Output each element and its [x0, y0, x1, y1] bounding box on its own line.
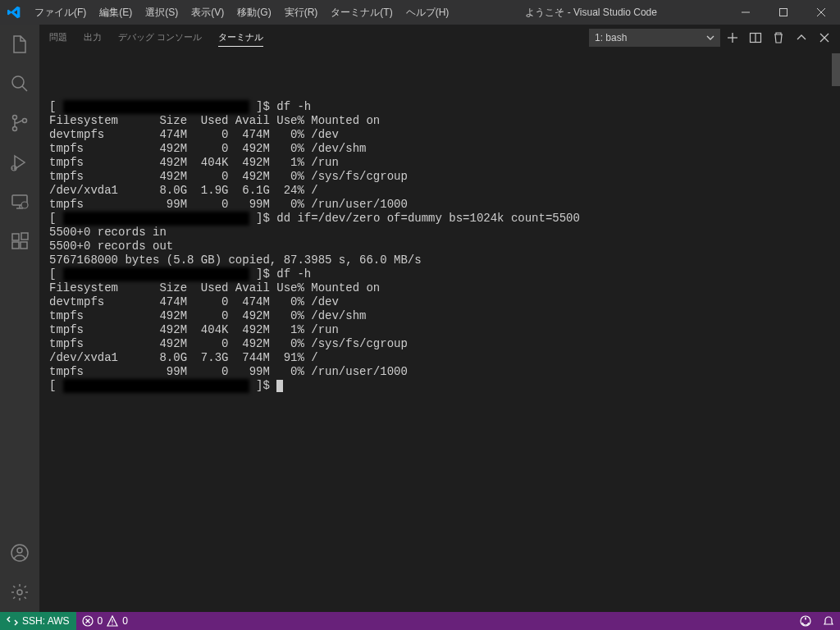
extensions-icon[interactable] — [0, 221, 39, 261]
menu-edit[interactable]: 編集(E) — [93, 0, 139, 25]
activity-bar — [0, 25, 39, 612]
menu-terminal[interactable]: ターミナル(T) — [324, 0, 399, 25]
svg-point-6 — [13, 116, 17, 120]
accounts-icon[interactable] — [0, 533, 39, 573]
terminal-toolbar: 1: bash — [589, 27, 835, 48]
terminal-output[interactable]: [ xxxxxxxxxxxxxxxxxxxxxxxxxxx ]$ df -hFi… — [39, 53, 840, 612]
tab-output[interactable]: 出力 — [84, 31, 102, 46]
menu-file[interactable]: ファイル(F) — [28, 0, 93, 25]
status-bar: SSH: AWS 0 0 — [0, 612, 840, 630]
error-icon — [82, 615, 94, 627]
main-menu: ファイル(F) 編集(E) 選択(S) 表示(V) 移動(G) 実行(R) ター… — [28, 0, 455, 25]
panel-area: 問題 出力 デバッグ コンソール ターミナル 1: bash [ xxxxxxx… — [39, 25, 840, 612]
svg-point-21 — [17, 548, 22, 553]
warning-icon — [107, 615, 118, 627]
tab-terminal[interactable]: ターミナル — [218, 31, 263, 47]
status-remote[interactable]: SSH: AWS — [0, 612, 76, 630]
split-terminal-button[interactable] — [745, 27, 766, 48]
minimize-button[interactable] — [727, 0, 765, 25]
status-remote-label: SSH: AWS — [22, 615, 70, 627]
svg-rect-35 — [805, 618, 806, 620]
svg-rect-1 — [780, 9, 788, 16]
menu-run[interactable]: 実行(R) — [278, 0, 325, 25]
svg-point-7 — [13, 127, 17, 131]
svg-point-22 — [17, 590, 22, 595]
remote-icon — [7, 615, 18, 627]
svg-line-5 — [22, 86, 27, 91]
run-debug-icon[interactable] — [0, 143, 39, 182]
svg-point-4 — [12, 76, 24, 88]
window-title: ようこそ - Visual Studio Code — [455, 6, 727, 20]
remote-explorer-icon[interactable] — [0, 182, 39, 221]
status-error-count: 0 — [98, 615, 103, 627]
status-notifications[interactable] — [817, 615, 840, 627]
vscode-logo-icon — [7, 5, 21, 20]
svg-point-33 — [112, 623, 113, 624]
titlebar: ファイル(F) 編集(E) 選択(S) 表示(V) 移動(G) 実行(R) ター… — [0, 0, 840, 25]
menu-view[interactable]: 表示(V) — [185, 0, 231, 25]
terminal-selector-label: 1: bash — [595, 32, 627, 43]
svg-point-8 — [23, 119, 27, 123]
terminal-selector[interactable]: 1: bash — [589, 29, 720, 47]
terminal-scrollbar[interactable] — [832, 53, 840, 86]
window-controls — [727, 0, 840, 25]
svg-rect-19 — [21, 233, 28, 240]
status-problems[interactable]: 0 0 — [76, 615, 134, 627]
status-warning-count: 0 — [122, 615, 128, 627]
svg-rect-17 — [12, 242, 19, 249]
close-button[interactable] — [802, 0, 840, 25]
svg-rect-18 — [21, 242, 27, 249]
settings-gear-icon[interactable] — [0, 573, 39, 612]
menu-help[interactable]: ヘルプ(H) — [399, 0, 456, 25]
new-terminal-button[interactable] — [722, 27, 743, 48]
chevron-down-icon — [706, 34, 714, 42]
tab-problems[interactable]: 問題 — [49, 31, 67, 46]
explorer-icon[interactable] — [0, 25, 39, 64]
tab-debug-console[interactable]: デバッグ コンソール — [118, 31, 202, 46]
maximize-panel-button[interactable] — [791, 27, 812, 48]
svg-point-15 — [21, 202, 28, 208]
search-icon[interactable] — [0, 64, 39, 103]
svg-rect-16 — [12, 234, 19, 240]
menu-selection[interactable]: 選択(S) — [139, 0, 185, 25]
maximize-button[interactable] — [765, 0, 802, 25]
menu-go[interactable]: 移動(G) — [231, 0, 277, 25]
status-feedback[interactable] — [794, 615, 817, 627]
close-panel-button[interactable] — [814, 27, 835, 48]
source-control-icon[interactable] — [0, 103, 39, 143]
kill-terminal-button[interactable] — [768, 27, 789, 48]
